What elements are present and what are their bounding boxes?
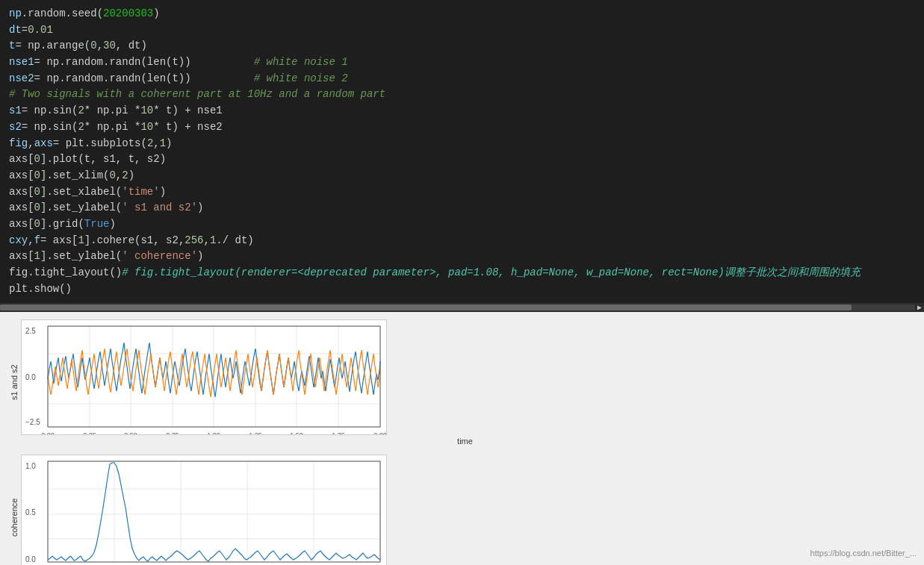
scrollbar-thumb[interactable]: [0, 305, 852, 310]
chart2-y-tick-10: 1.0: [25, 462, 36, 470]
scroll-right-arrow[interactable]: ▶: [915, 303, 924, 312]
code-line-7: s1 = np.sin(2 * np.pi * 10 * t) + nse1: [9, 103, 915, 119]
code-line-11: axs[0].set_xlim(0, 2): [9, 168, 915, 184]
watermark: https://blog.csdn.net/Bitter_...: [810, 549, 917, 558]
charts-area: s1 and s2 2.5 0.0 −2.5: [0, 312, 924, 565]
chart1-x-tick-175: 1.75: [332, 431, 345, 435]
chart1-plot-area: [48, 326, 380, 427]
code-line-4: nse1 = np.random.randn(len(t)) # white n…: [9, 54, 915, 71]
scrollbar-track[interactable]: [0, 305, 924, 310]
code-line-15: cxy, f = axs[1].cohere(s1, s2, 256, 1. /…: [9, 233, 915, 249]
chart1-x-label: time: [21, 437, 909, 446]
code-line-8: s2 = np.sin(2 * np.pi * 10 * t) + nse2: [9, 119, 915, 136]
chart1-x-tick-100: 1.00: [207, 431, 220, 435]
chart1-wrapper: s1 and s2 2.5 0.0 −2.5: [7, 319, 909, 446]
code-line-12: axs[0].set_xlabel('time'): [9, 184, 915, 201]
chart1-y-label: s1 and s2: [7, 319, 21, 446]
code-line-14: axs[0].grid(True): [9, 216, 915, 233]
chart1-x-tick-0: 0.00: [41, 431, 55, 435]
chart1-y-tick-0: 0.0: [25, 373, 36, 381]
chart1-x-tick-200: 2.00: [373, 431, 387, 435]
horizontal-scrollbar[interactable]: ◀ ▶: [0, 303, 924, 312]
chart1-inner: 2.5 0.0 −2.5: [21, 319, 909, 446]
chart1-x-tick-075: 0.75: [166, 431, 179, 435]
code-line-1: np.random.seed(20200303): [9, 6, 915, 22]
chart1-x-tick-025: 0.25: [83, 431, 96, 435]
chart2-wrapper: coherence 1.0 0.5 0.0: [7, 455, 909, 565]
code-line-2: dt = 0.01: [9, 22, 915, 39]
chart2-inner: 1.0 0.5 0.0: [21, 455, 909, 565]
code-line-10: axs[0].plot(t, s1, t, s2): [9, 152, 915, 168]
chart1-x-tick-050: 0.50: [124, 431, 137, 435]
code-line-3: t = np.arange(0, 30, dt): [9, 38, 915, 54]
code-line-9: fig, axs = plt.subplots(2, 1): [9, 136, 915, 152]
chart2-svg: 1.0 0.5 0.0: [21, 455, 387, 565]
chart2-plot-area: [48, 461, 380, 562]
code-block: np.random.seed(20200303) dt = 0.01 t = n…: [0, 0, 924, 303]
code-line-18: plt.show(): [9, 281, 915, 298]
code-line-5: nse2 = np.random.randn(len(t)) # white n…: [9, 71, 915, 87]
chart1-x-tick-150: 1.50: [290, 431, 303, 435]
chart2-y-tick-05: 0.5: [25, 508, 36, 516]
chart1-svg: 2.5 0.0 −2.5: [21, 319, 387, 435]
chart2-y-label: coherence: [7, 455, 21, 565]
chart1-y-tick-25: 2.5: [25, 327, 36, 335]
chart1-y-tick-n25: −2.5: [25, 418, 40, 426]
code-line-16: axs[1].set_ylabel(' coherence'): [9, 249, 915, 265]
code-line-6: # Two signals with a coherent part at 10…: [9, 87, 915, 103]
chart2-y-tick-00: 0.0: [25, 555, 36, 564]
code-line-17: fig.tight_layout()# fig.tight_layout(ren…: [9, 265, 915, 281]
code-line-13: axs[0].set_ylabel(' s1 and s2'): [9, 200, 915, 216]
chart1-x-tick-125: 1.25: [249, 431, 262, 435]
